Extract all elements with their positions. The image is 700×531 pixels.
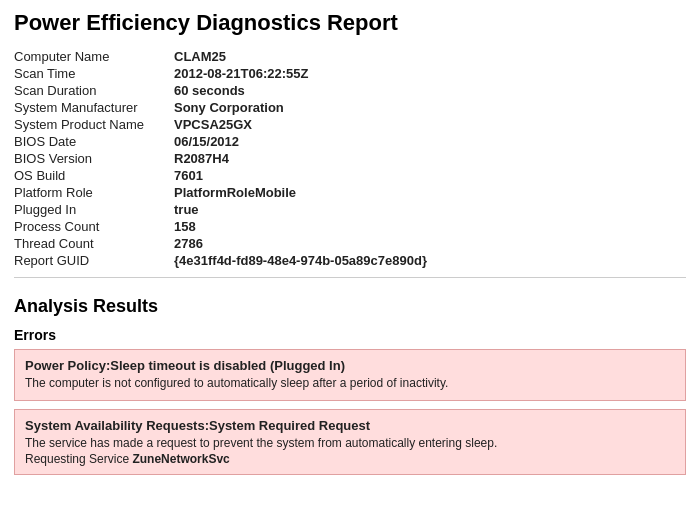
info-value: CLAM25: [174, 48, 427, 65]
info-row: BIOS VersionR2087H4: [14, 150, 427, 167]
info-row: Platform RolePlatformRoleMobile: [14, 184, 427, 201]
info-label: OS Build: [14, 167, 174, 184]
info-label: BIOS Date: [14, 133, 174, 150]
info-row: Report GUID{4e31ff4d-fd89-48e4-974b-05a8…: [14, 252, 427, 269]
error-block: Power Policy:Sleep timeout is disabled (…: [14, 349, 686, 401]
error-block: System Availability Requests:System Requ…: [14, 409, 686, 475]
error-title: Power Policy:Sleep timeout is disabled (…: [25, 358, 675, 373]
info-label: System Product Name: [14, 116, 174, 133]
info-label: Thread Count: [14, 235, 174, 252]
info-value: VPCSA25GX: [174, 116, 427, 133]
info-row: Plugged Intrue: [14, 201, 427, 218]
info-value: 06/15/2012: [174, 133, 427, 150]
info-value: 60 seconds: [174, 82, 427, 99]
info-label: Process Count: [14, 218, 174, 235]
info-label: Plugged In: [14, 201, 174, 218]
page-title: Power Efficiency Diagnostics Report: [14, 10, 686, 36]
info-value: PlatformRoleMobile: [174, 184, 427, 201]
info-row: Thread Count2786: [14, 235, 427, 252]
info-label: Scan Time: [14, 65, 174, 82]
info-row: Scan Time2012-08-21T06:22:55Z: [14, 65, 427, 82]
analysis-heading: Analysis Results: [14, 296, 686, 317]
info-label: Report GUID: [14, 252, 174, 269]
info-value: R2087H4: [174, 150, 427, 167]
error-description: The service has made a request to preven…: [25, 436, 675, 450]
info-label: System Manufacturer: [14, 99, 174, 116]
info-value: Sony Corporation: [174, 99, 427, 116]
section-divider: [14, 277, 686, 278]
info-value: 2012-08-21T06:22:55Z: [174, 65, 427, 82]
error-title: System Availability Requests:System Requ…: [25, 418, 675, 433]
errors-container: Power Policy:Sleep timeout is disabled (…: [14, 349, 686, 475]
info-value: true: [174, 201, 427, 218]
info-value: 2786: [174, 235, 427, 252]
info-row: Computer NameCLAM25: [14, 48, 427, 65]
info-value: 158: [174, 218, 427, 235]
info-value: 7601: [174, 167, 427, 184]
info-row: OS Build7601: [14, 167, 427, 184]
error-description: The computer is not configured to automa…: [25, 376, 675, 390]
info-row: System Product NameVPCSA25GX: [14, 116, 427, 133]
info-label: Scan Duration: [14, 82, 174, 99]
errors-heading: Errors: [14, 327, 686, 343]
system-info-table: Computer NameCLAM25Scan Time2012-08-21T0…: [14, 48, 427, 269]
info-row: System ManufacturerSony Corporation: [14, 99, 427, 116]
info-row: BIOS Date06/15/2012: [14, 133, 427, 150]
info-value: {4e31ff4d-fd89-48e4-974b-05a89c7e890d}: [174, 252, 427, 269]
info-row: Scan Duration60 seconds: [14, 82, 427, 99]
info-label: Platform Role: [14, 184, 174, 201]
info-label: Computer Name: [14, 48, 174, 65]
error-detail: Requesting Service ZuneNetworkSvc: [25, 452, 675, 466]
info-label: BIOS Version: [14, 150, 174, 167]
info-row: Process Count158: [14, 218, 427, 235]
